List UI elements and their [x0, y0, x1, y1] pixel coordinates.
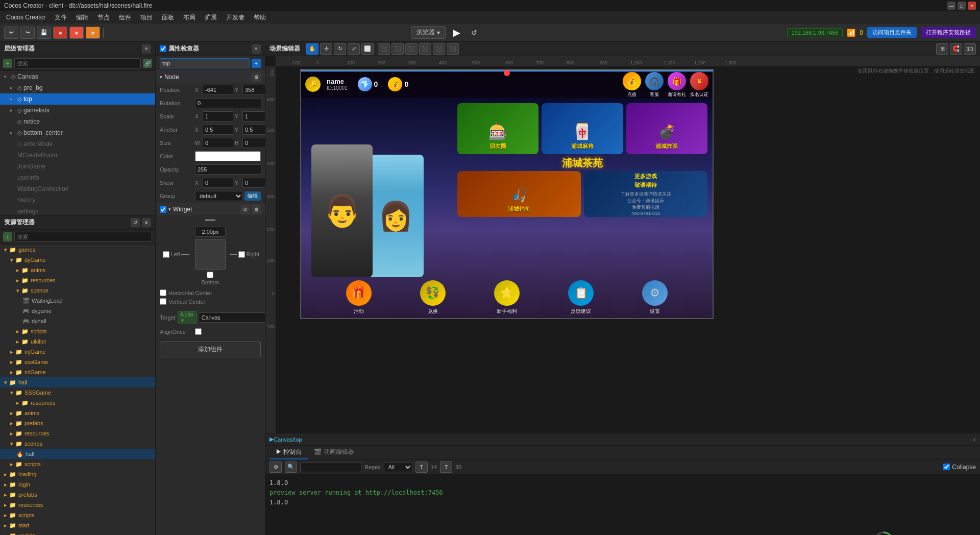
node-search-input[interactable] — [14, 58, 141, 68]
tab-console[interactable]: ▶ 控制台 — [270, 446, 308, 459]
widget-right-checkbox[interactable] — [238, 251, 245, 258]
minimize-button[interactable]: — — [947, 2, 955, 10]
asset-folder-zdgame[interactable]: ▸ 📁 zdGame — [0, 367, 155, 377]
asset-folder-games[interactable]: ▾ 📁 games — [0, 245, 155, 255]
tree-item-canvas[interactable]: ▾ ◇ Canvas — [0, 71, 155, 82]
asset-file-dyhall[interactable]: 🎮 dyhall — [0, 316, 155, 326]
skew-x-input[interactable] — [203, 178, 233, 188]
menu-layout[interactable]: 布局 — [179, 12, 200, 23]
asset-folder-mjgame[interactable]: ▸ 📁 mjGame — [0, 347, 155, 357]
asset-search-input[interactable] — [14, 232, 152, 242]
activity-icon[interactable]: 🎁 活动 — [346, 280, 372, 315]
widget-reset-button[interactable]: ↺ — [240, 205, 250, 214]
toolbar-orange-button[interactable]: ■ — [86, 27, 100, 39]
add-component-button[interactable]: 添加组件 — [160, 342, 261, 357]
asset-folder-update[interactable]: ▸ 📁 update — [0, 530, 155, 535]
service-icon[interactable]: 🎧 客服 — [645, 72, 664, 98]
tree-item-waitingconnection[interactable]: WaitingConnection — [0, 183, 155, 194]
scene-3d-button[interactable]: 3D — [964, 43, 976, 55]
menu-extend[interactable]: 扩展 — [201, 12, 221, 23]
widget-hcenter-checkbox[interactable] — [160, 289, 166, 296]
node-name-confirm-button[interactable]: + — [252, 59, 261, 68]
group-edit-button[interactable]: 编辑 — [244, 191, 261, 201]
widget-section-title[interactable]: ▾ Widget ↺ ⚙ — [156, 203, 265, 215]
tree-item-notice[interactable]: ◇ notice — [0, 116, 155, 127]
scale-y-input[interactable] — [242, 111, 265, 121]
console-clear-button[interactable]: ⊘ — [270, 461, 282, 473]
anchor-x-input[interactable] — [203, 125, 233, 135]
menu-panel[interactable]: 面板 — [158, 12, 178, 23]
tab-animation[interactable]: 🎬 动画编辑器 — [308, 446, 360, 459]
menu-cocoscreator[interactable]: Cocos Creator — [2, 13, 50, 22]
property-more-button[interactable]: ≡ — [252, 44, 261, 54]
asset-folder-hall[interactable]: ▾ 📁 hall — [0, 377, 155, 387]
asset-folder-anims[interactable]: ▸ 📁 anims — [0, 265, 155, 275]
asset-sync-button[interactable]: ↺ — [131, 218, 140, 227]
target-input[interactable] — [199, 312, 265, 323]
widget-options-button[interactable]: ⚙ — [252, 205, 261, 214]
asset-file-hall[interactable]: 🔥 hall — [0, 449, 155, 459]
size-w-input[interactable] — [203, 138, 233, 148]
add-asset-button[interactable]: + — [3, 232, 12, 241]
newbie-icon[interactable]: ⭐ 新手福利 — [494, 280, 520, 315]
collapse-checkbox[interactable] — [943, 464, 950, 470]
widget-bottom-checkbox[interactable] — [207, 272, 213, 278]
tree-item-antermode[interactable]: ◇ anterMode — [0, 138, 155, 150]
scene-grid-button[interactable]: ⊞ — [936, 43, 948, 55]
hand-tool-button[interactable]: ✋ — [306, 43, 318, 55]
align-hcenter-button[interactable]: ⬛ — [391, 43, 404, 55]
game-card-bomb[interactable]: 💣 浦城炸弹 — [626, 103, 707, 154]
menu-component[interactable]: 组件 — [115, 12, 135, 23]
asset-folder-resources3[interactable]: ▸ 📁 resources — [0, 428, 155, 439]
asset-folder-scripts[interactable]: ▸ 📁 scripts — [0, 326, 155, 336]
tree-item-joingame[interactable]: JoinGame — [0, 161, 155, 172]
widget-enabled-checkbox[interactable] — [160, 206, 166, 213]
asset-folder-dygame[interactable]: ▾ 📁 dyGame — [0, 255, 155, 265]
tree-item-settings[interactable]: settings — [0, 206, 155, 215]
exchange-icon[interactable]: 💱 兑换 — [420, 280, 446, 315]
feedback-icon[interactable]: 📋 反馈建议 — [568, 280, 594, 315]
align-bottom-button[interactable]: ⬛ — [447, 43, 459, 55]
browser-button[interactable]: 浏览器 ▾ — [411, 26, 446, 39]
close-button[interactable]: ✕ — [968, 2, 976, 10]
asset-folder-uikiller[interactable]: ▸ 📁 uikiller — [0, 336, 155, 347]
asset-folder-prefabs2[interactable]: ▸ 📁 prefabs — [0, 490, 155, 500]
tree-item-gamelists[interactable]: ▸ ◇ gamelists — [0, 105, 155, 116]
asset-folder-sssgame2[interactable]: ▾ 📁 SSSGame — [0, 387, 155, 398]
recharge-icon[interactable]: 💰 充值 — [623, 72, 641, 98]
node-search-clear[interactable]: 🔗 — [143, 59, 152, 68]
position-x-input[interactable] — [203, 85, 233, 95]
asset-folder-scripts2[interactable]: ▸ 📁 scripts — [0, 459, 155, 469]
widget-vcenter-checkbox[interactable] — [160, 298, 166, 305]
asset-folder-resources2[interactable]: ▸ 📁 resources — [0, 398, 155, 408]
tree-item-bottomcenter[interactable]: ▸ ◇ bottom_center — [0, 127, 155, 138]
toolbar-build-button[interactable]: ■ — [53, 27, 67, 39]
settings-btn-icon[interactable]: ⚙ 设置 — [642, 280, 668, 315]
node-section-title[interactable]: ▾ Node ⚙ — [156, 71, 265, 83]
rotate-tool-button[interactable]: ↻ — [334, 43, 346, 55]
asset-file-waitingload[interactable]: 🎬 WaitingLoad — [0, 296, 155, 306]
realname-icon[interactable]: ¥ 实名认证 — [690, 72, 708, 98]
widget-left-checkbox[interactable] — [163, 251, 169, 258]
console-level-select[interactable]: All Error Warn Info — [384, 462, 412, 472]
refresh-button[interactable]: ↺ — [468, 27, 480, 39]
scale-tool-button[interactable]: ⤢ — [348, 43, 360, 55]
tree-item-top[interactable]: ▸ ◇ top — [0, 93, 155, 105]
widget-top-input[interactable] — [195, 227, 226, 237]
move-handle[interactable] — [504, 70, 510, 76]
game-card-more[interactable]: 更多游戏敬请期待 了解更多游戏详情请关注 公众号：谦讯娱乐 免费客服电话 400… — [584, 171, 707, 217]
rect-tool-button[interactable]: ⬜ — [361, 43, 374, 55]
node-section-options[interactable]: ⚙ — [252, 72, 261, 82]
asset-folder-login[interactable]: ▸ 📁 login — [0, 479, 155, 490]
tree-item-prebg[interactable]: ▸ ◇ pre_bg — [0, 82, 155, 93]
node-name-input[interactable] — [160, 58, 250, 68]
group-select[interactable]: default — [195, 191, 243, 201]
position-y-input[interactable] — [242, 85, 265, 95]
menu-node[interactable]: 节点 — [93, 12, 114, 23]
console-search-input[interactable] — [300, 462, 361, 472]
asset-folder-resources4[interactable]: ▸ 📁 resources — [0, 500, 155, 510]
asset-folder-anims2[interactable]: ▸ 📁 anims — [0, 408, 155, 418]
invite-icon[interactable]: 🎁 邀请有礼 — [668, 72, 686, 98]
scene-canvas[interactable]: -100 0 100 200 300 400 500 600 700 800 9… — [265, 56, 980, 433]
node-active-checkbox[interactable] — [160, 45, 166, 52]
